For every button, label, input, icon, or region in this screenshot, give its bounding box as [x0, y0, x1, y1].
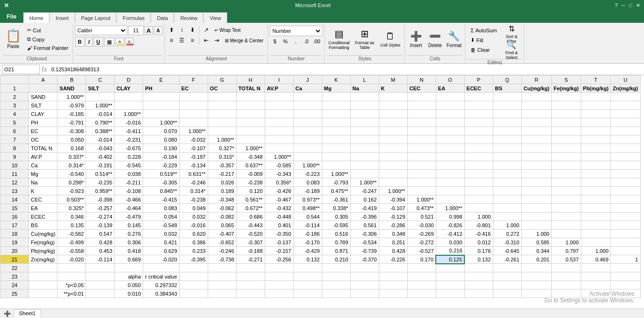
cell-M8[interactable]: [379, 144, 407, 153]
cell-E25[interactable]: 0.384343: [143, 289, 179, 298]
cell-L23[interactable]: [350, 272, 379, 281]
cell-A9[interactable]: AV.P: [29, 153, 58, 161]
cell-G25[interactable]: [208, 289, 236, 298]
cell-R4[interactable]: [521, 110, 551, 118]
cell-O12[interactable]: [436, 178, 464, 187]
increase-decimal-button[interactable]: .00: [312, 37, 321, 46]
cell-O15[interactable]: 1.000**: [436, 204, 464, 212]
cell-G4[interactable]: [208, 110, 236, 118]
cell-S16[interactable]: [551, 212, 581, 221]
cell-O21[interactable]: 0.125: [436, 255, 464, 264]
cell-P17[interactable]: -0.801: [464, 221, 493, 230]
cell-H25[interactable]: [236, 289, 265, 298]
cell-Q18[interactable]: 0.272: [493, 230, 521, 238]
cell-Q19[interactable]: -0.310: [493, 238, 521, 247]
cell-F7[interactable]: -0.032: [179, 135, 208, 144]
cell-I7[interactable]: [265, 135, 293, 144]
row-header-19[interactable]: 19: [0, 238, 29, 247]
cell-A8[interactable]: TOTAL N: [29, 144, 58, 153]
cell-H9[interactable]: -0.348: [236, 153, 265, 161]
cell-N13[interactable]: [407, 187, 436, 195]
cell-K25[interactable]: [322, 289, 350, 298]
cell-C9[interactable]: -0.402: [86, 153, 115, 161]
col-header-A[interactable]: A: [29, 76, 58, 84]
cell-F13[interactable]: 0.314*: [179, 187, 208, 195]
cell-E7[interactable]: 0.080: [143, 135, 179, 144]
cell-D10[interactable]: -0.545: [115, 161, 143, 170]
cell-P18[interactable]: -0.416: [464, 230, 493, 238]
cell-K17[interactable]: -0.595: [322, 221, 350, 230]
formula-input[interactable]: [49, 65, 642, 74]
cell-P2[interactable]: [464, 93, 493, 101]
col-header-C[interactable]: C: [86, 76, 115, 84]
cell-R5[interactable]: [521, 118, 551, 127]
cell-I21[interactable]: -0.256: [265, 255, 293, 264]
cell-F17[interactable]: -0.016: [179, 221, 208, 230]
cell-O11[interactable]: [436, 170, 464, 178]
cell-N6[interactable]: [407, 127, 436, 135]
cell-L16[interactable]: -0.396: [350, 212, 379, 221]
cell-G19[interactable]: -0.652: [208, 238, 236, 247]
cell-M16[interactable]: -0.129: [379, 212, 407, 221]
cell-U16[interactable]: [611, 212, 640, 221]
cell-Q7[interactable]: [493, 135, 521, 144]
cell-R23[interactable]: [521, 272, 551, 281]
cell-F11[interactable]: 0.631**: [179, 170, 208, 178]
row-header-5[interactable]: 5: [0, 118, 29, 127]
cell-I20[interactable]: -0.157: [265, 247, 293, 255]
cell-A24[interactable]: [29, 281, 58, 289]
cell-S18[interactable]: [551, 230, 581, 238]
cell-T3[interactable]: [581, 101, 611, 110]
cell-J15[interactable]: 0.498**: [293, 204, 322, 212]
cell-K24[interactable]: [322, 281, 350, 289]
cell-T13[interactable]: [581, 187, 611, 195]
cell-C5[interactable]: 0.790**: [86, 118, 115, 127]
cell-H7[interactable]: [236, 135, 265, 144]
cell-D7[interactable]: -0.231: [115, 135, 143, 144]
new-sheet-button[interactable]: ➕: [2, 309, 13, 318]
cell-J14[interactable]: 0.973**: [293, 195, 322, 204]
cell-N9[interactable]: [407, 153, 436, 161]
cell-I8[interactable]: [265, 144, 293, 153]
cell-M5[interactable]: [379, 118, 407, 127]
cell-C25[interactable]: [86, 289, 115, 298]
cell-C20[interactable]: 0.453: [86, 247, 115, 255]
cell-F16[interactable]: 0.032: [179, 212, 208, 221]
row-header-7[interactable]: 7: [0, 135, 29, 144]
cell-E16[interactable]: 0.054: [143, 212, 179, 221]
cell-C2[interactable]: [86, 93, 115, 101]
cell-R6[interactable]: [521, 127, 551, 135]
cell-C17[interactable]: -0.139: [86, 221, 115, 230]
cell-S15[interactable]: [551, 204, 581, 212]
row-header-16[interactable]: 16: [0, 212, 29, 221]
cell-N4[interactable]: [407, 110, 436, 118]
cell-C23[interactable]: [86, 272, 115, 281]
cell-D11[interactable]: 0.038: [115, 170, 143, 178]
percent-button[interactable]: %: [280, 37, 290, 46]
cell-L24[interactable]: [350, 281, 379, 289]
cell-E21[interactable]: -0.020: [143, 255, 179, 264]
cell-N12[interactable]: [407, 178, 436, 187]
cell-B17[interactable]: 0.135: [58, 221, 86, 230]
cell-S21[interactable]: 0.537: [551, 255, 581, 264]
cell-H18[interactable]: -0.520: [236, 230, 265, 238]
cell-U22[interactable]: [611, 264, 640, 272]
cell-Q12[interactable]: [493, 178, 521, 187]
spreadsheet-container[interactable]: ABCDEFGHIJKLMNOPQRSTU1SANDSILTCLAYPHECOC…: [0, 75, 644, 308]
cell-T4[interactable]: [581, 110, 611, 118]
cell-O7[interactable]: [436, 135, 464, 144]
maximize-icon[interactable]: □: [629, 2, 632, 9]
cell-M19[interactable]: 0.251: [379, 238, 407, 247]
cell-B14[interactable]: 0.503**: [58, 195, 86, 204]
col-header-E[interactable]: E: [143, 76, 179, 84]
cell-J11[interactable]: -0.223: [293, 170, 322, 178]
cell-Q6[interactable]: [493, 127, 521, 135]
cell-D20[interactable]: 0.418: [115, 247, 143, 255]
cell-J10[interactable]: 1.000**: [293, 161, 322, 170]
cell-M24[interactable]: [379, 281, 407, 289]
cell-P10[interactable]: [464, 161, 493, 170]
cell-G9[interactable]: 0.315*: [208, 153, 236, 161]
cell-R25[interactable]: [521, 289, 551, 298]
cell-N14[interactable]: 1.000**: [407, 195, 436, 204]
cell-A21[interactable]: Zn(mg/kg): [29, 255, 58, 264]
